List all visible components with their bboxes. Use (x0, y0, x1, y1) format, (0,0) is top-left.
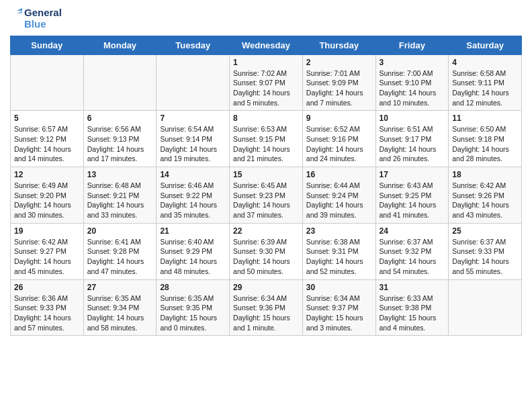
day-number: 28 (160, 283, 226, 292)
calendar-week-row: 26Sunrise: 6:36 AM Sunset: 9:33 PM Dayli… (11, 279, 522, 336)
calendar-cell: 14Sunrise: 6:46 AM Sunset: 9:22 PM Dayli… (157, 167, 230, 224)
svg-marker-1 (17, 11, 22, 13)
calendar-cell: 9Sunrise: 6:52 AM Sunset: 9:16 PM Daylig… (302, 111, 375, 167)
calendar-cell (157, 54, 230, 111)
day-number: 21 (160, 226, 226, 236)
day-info: Sunrise: 6:35 AM Sunset: 9:34 PM Dayligh… (87, 293, 153, 333)
calendar-cell: 21Sunrise: 6:40 AM Sunset: 9:29 PM Dayli… (157, 223, 230, 279)
logo-text: General Blue (24, 7, 62, 30)
calendar-cell: 29Sunrise: 6:34 AM Sunset: 9:36 PM Dayli… (230, 279, 303, 336)
calendar-week-row: 1Sunrise: 7:02 AM Sunset: 9:07 PM Daylig… (11, 54, 522, 111)
day-number: 18 (452, 170, 518, 179)
calendar-cell: 31Sunrise: 6:33 AM Sunset: 9:38 PM Dayli… (375, 279, 449, 336)
calendar-cell: 23Sunrise: 6:38 AM Sunset: 9:31 PM Dayli… (302, 223, 375, 279)
day-info: Sunrise: 6:49 AM Sunset: 9:20 PM Dayligh… (14, 181, 80, 220)
day-number: 17 (380, 170, 445, 179)
logo-blue: Blue (24, 18, 62, 30)
day-number: 15 (233, 170, 299, 179)
day-number: 3 (380, 58, 445, 67)
day-number: 14 (160, 170, 226, 179)
calendar-cell: 17Sunrise: 6:43 AM Sunset: 9:25 PM Dayli… (375, 167, 449, 224)
calendar-cell: 26Sunrise: 6:36 AM Sunset: 9:33 PM Dayli… (11, 279, 84, 336)
calendar-cell: 1Sunrise: 7:02 AM Sunset: 9:07 PM Daylig… (230, 54, 303, 111)
day-number: 7 (160, 113, 226, 123)
logo-general: General (24, 7, 62, 18)
calendar-cell: 24Sunrise: 6:37 AM Sunset: 9:32 PM Dayli… (375, 223, 449, 279)
day-number: 16 (306, 170, 372, 179)
day-info: Sunrise: 6:34 AM Sunset: 9:36 PM Dayligh… (233, 293, 299, 333)
day-info: Sunrise: 6:48 AM Sunset: 9:21 PM Dayligh… (87, 181, 153, 220)
calendar-table: SundayMondayTuesdayWednesdayThursdayFrid… (10, 36, 522, 336)
day-number: 23 (306, 226, 372, 236)
weekday-header: Friday (375, 36, 449, 54)
day-number: 1 (233, 58, 299, 67)
calendar-week-row: 12Sunrise: 6:49 AM Sunset: 9:20 PM Dayli… (11, 167, 522, 224)
day-info: Sunrise: 6:46 AM Sunset: 9:22 PM Dayligh… (160, 181, 226, 220)
day-number: 11 (452, 113, 518, 123)
day-info: Sunrise: 6:40 AM Sunset: 9:29 PM Dayligh… (160, 237, 226, 277)
logo: General Blue (10, 7, 62, 30)
day-number: 27 (87, 283, 153, 292)
logo-wrapper: General Blue (10, 7, 62, 30)
day-info: Sunrise: 6:38 AM Sunset: 9:31 PM Dayligh… (306, 237, 372, 277)
calendar-cell: 27Sunrise: 6:35 AM Sunset: 9:34 PM Dayli… (83, 279, 157, 336)
day-info: Sunrise: 6:43 AM Sunset: 9:25 PM Dayligh… (380, 181, 445, 220)
day-info: Sunrise: 6:54 AM Sunset: 9:14 PM Dayligh… (160, 124, 226, 164)
day-number: 25 (452, 226, 518, 236)
day-number: 30 (306, 283, 372, 292)
day-number: 4 (452, 58, 518, 67)
day-number: 13 (87, 170, 153, 179)
day-number: 10 (380, 113, 445, 123)
day-number: 26 (14, 283, 80, 292)
calendar-cell: 10Sunrise: 6:51 AM Sunset: 9:17 PM Dayli… (375, 111, 449, 167)
day-info: Sunrise: 6:57 AM Sunset: 9:12 PM Dayligh… (14, 124, 80, 164)
day-number: 22 (233, 226, 299, 236)
calendar-cell (449, 279, 522, 336)
day-info: Sunrise: 6:41 AM Sunset: 9:28 PM Dayligh… (87, 237, 153, 277)
calendar-cell: 25Sunrise: 6:37 AM Sunset: 9:33 PM Dayli… (449, 223, 522, 279)
page-container: General Blue SundayMondayTuesdayWednesda… (0, 0, 532, 342)
svg-marker-0 (17, 8, 22, 11)
calendar-cell: 8Sunrise: 6:53 AM Sunset: 9:15 PM Daylig… (230, 111, 303, 167)
day-info: Sunrise: 7:02 AM Sunset: 9:07 PM Dayligh… (233, 68, 299, 108)
day-number: 8 (233, 113, 299, 123)
calendar-cell: 5Sunrise: 6:57 AM Sunset: 9:12 PM Daylig… (11, 111, 84, 167)
calendar-cell: 2Sunrise: 7:01 AM Sunset: 9:09 PM Daylig… (302, 54, 375, 111)
day-info: Sunrise: 6:42 AM Sunset: 9:26 PM Dayligh… (452, 181, 518, 220)
calendar-body: 1Sunrise: 7:02 AM Sunset: 9:07 PM Daylig… (11, 54, 522, 336)
day-number: 6 (87, 113, 153, 123)
weekday-header: Saturday (449, 36, 522, 54)
calendar-week-row: 19Sunrise: 6:42 AM Sunset: 9:27 PM Dayli… (11, 223, 522, 279)
weekday-header: Wednesday (230, 36, 303, 54)
calendar-week-row: 5Sunrise: 6:57 AM Sunset: 9:12 PM Daylig… (11, 111, 522, 167)
page-header: General Blue (10, 7, 522, 30)
weekday-header: Sunday (11, 36, 84, 54)
day-info: Sunrise: 6:37 AM Sunset: 9:33 PM Dayligh… (452, 237, 518, 277)
calendar-cell: 13Sunrise: 6:48 AM Sunset: 9:21 PM Dayli… (83, 167, 157, 224)
day-number: 12 (14, 170, 80, 179)
calendar-cell: 18Sunrise: 6:42 AM Sunset: 9:26 PM Dayli… (449, 167, 522, 224)
day-info: Sunrise: 6:50 AM Sunset: 9:18 PM Dayligh… (452, 124, 518, 164)
calendar-cell: 6Sunrise: 6:56 AM Sunset: 9:13 PM Daylig… (83, 111, 157, 167)
day-info: Sunrise: 6:37 AM Sunset: 9:32 PM Dayligh… (380, 237, 445, 277)
day-number: 20 (87, 226, 153, 236)
day-info: Sunrise: 6:36 AM Sunset: 9:33 PM Dayligh… (14, 293, 80, 333)
logo-bird-icon (10, 8, 22, 28)
day-number: 5 (14, 113, 80, 123)
calendar-cell: 30Sunrise: 6:34 AM Sunset: 9:37 PM Dayli… (302, 279, 375, 336)
day-info: Sunrise: 7:01 AM Sunset: 9:09 PM Dayligh… (306, 68, 372, 108)
calendar-cell (83, 54, 157, 111)
calendar-cell: 4Sunrise: 6:58 AM Sunset: 9:11 PM Daylig… (449, 54, 522, 111)
day-info: Sunrise: 6:33 AM Sunset: 9:38 PM Dayligh… (380, 293, 445, 333)
calendar-cell: 15Sunrise: 6:45 AM Sunset: 9:23 PM Dayli… (230, 167, 303, 224)
day-info: Sunrise: 6:52 AM Sunset: 9:16 PM Dayligh… (306, 124, 372, 164)
day-info: Sunrise: 6:56 AM Sunset: 9:13 PM Dayligh… (87, 124, 153, 164)
calendar-cell: 7Sunrise: 6:54 AM Sunset: 9:14 PM Daylig… (157, 111, 230, 167)
calendar-header: SundayMondayTuesdayWednesdayThursdayFrid… (11, 36, 522, 54)
calendar-cell (11, 54, 84, 111)
day-info: Sunrise: 6:58 AM Sunset: 9:11 PM Dayligh… (452, 68, 518, 108)
calendar-cell: 11Sunrise: 6:50 AM Sunset: 9:18 PM Dayli… (449, 111, 522, 167)
day-number: 24 (380, 226, 445, 236)
day-info: Sunrise: 6:53 AM Sunset: 9:15 PM Dayligh… (233, 124, 299, 164)
calendar-cell: 3Sunrise: 7:00 AM Sunset: 9:10 PM Daylig… (375, 54, 449, 111)
